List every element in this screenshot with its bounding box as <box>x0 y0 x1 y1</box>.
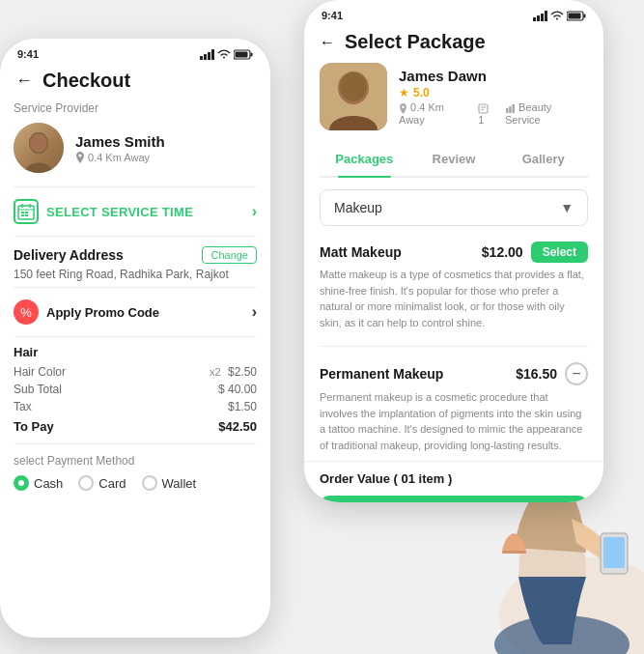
service-time-row[interactable]: SELECT SERVICE TIME › <box>14 186 257 237</box>
back-button-right[interactable]: ← <box>320 34 335 51</box>
promo-icon: % <box>14 299 39 325</box>
avatar <box>14 123 64 173</box>
cash-radio[interactable] <box>14 475 29 491</box>
payment-options: Cash Card Wallet <box>14 475 257 491</box>
tabs-bar: Packages Review Gallery <box>320 142 588 178</box>
subtotal-row: Sub Total $ 40.00 <box>14 381 257 398</box>
wifi-icon-r <box>550 11 564 21</box>
svg-rect-30 <box>506 108 509 113</box>
wallet-radio[interactable] <box>142 475 157 491</box>
status-bar-left: 9:41 <box>0 39 270 64</box>
package-dropdown[interactable]: Makeup ▼ <box>320 189 588 226</box>
chevron-down-icon: ▼ <box>560 200 574 215</box>
package-desc-1: Matte makeup is a type of cosmetics that… <box>320 267 588 330</box>
svg-rect-3 <box>211 49 214 60</box>
status-icons-right <box>533 11 586 21</box>
chart-icon <box>505 103 516 114</box>
svg-rect-17 <box>533 17 536 21</box>
banner-avatar-svg <box>320 63 387 130</box>
svg-rect-16 <box>25 214 28 216</box>
provider-name: James Smith <box>75 133 165 150</box>
payment-cash[interactable]: Cash <box>14 475 63 491</box>
rating-row: ★ 5.0 <box>399 86 588 100</box>
wifi-icon <box>217 49 231 60</box>
tab-review[interactable]: Review <box>409 142 499 176</box>
package-price-1: $12.00 <box>482 244 523 260</box>
card-radio[interactable] <box>78 475 94 491</box>
order-section: Hair Hair Color x2 $2.50 Sub Total $ 40.… <box>14 337 257 444</box>
payment-card[interactable]: Card <box>78 475 126 491</box>
chevron-right-icon: › <box>252 203 257 220</box>
banner-avatar <box>320 63 387 130</box>
location-icon <box>75 152 85 163</box>
order-value-label: Order Value ( 01 item ) <box>320 471 452 486</box>
svg-rect-5 <box>236 51 248 57</box>
payment-wallet[interactable]: Wallet <box>142 475 197 491</box>
tab-packages[interactable]: Packages <box>320 142 409 176</box>
package-name-1: Matt Makeup <box>320 244 402 260</box>
promo-row[interactable]: % Apply Promo Code › <box>14 288 257 337</box>
select-button-1[interactable]: Select <box>531 242 588 263</box>
svg-rect-15 <box>21 214 24 216</box>
page-title-right: Select Package <box>345 31 486 53</box>
battery-icon-r <box>567 11 586 21</box>
svg-rect-18 <box>537 15 540 21</box>
order-item-row: Hair Color x2 $2.50 <box>14 363 257 381</box>
time-right: 9:41 <box>322 10 343 21</box>
bookings-meta: 1 <box>478 101 497 126</box>
package-desc-2: Permanent makeup is a cosmetic procedure… <box>320 389 588 453</box>
banner-info: James Dawn ★ 5.0 0.4 Km Away <box>399 68 588 126</box>
signal-icon-r <box>533 11 547 21</box>
order-category: Hair <box>14 345 257 359</box>
payment-section: select Payment Method Cash Card Wallet <box>14 444 257 491</box>
provider-name-right: James Dawn <box>399 68 588 84</box>
svg-rect-32 <box>513 104 516 113</box>
delivery-section: Delivery Address Change 150 feet Ring Ro… <box>14 237 257 288</box>
package-price-select-2: $16.50 − <box>516 362 588 385</box>
time-left: 9:41 <box>17 48 39 60</box>
calendar-svg <box>17 203 35 220</box>
bookmark-icon <box>478 103 489 114</box>
meta-row: 0.4 Km Away 1 Beauty S <box>399 101 588 126</box>
service-time-label: SELECT SERVICE TIME <box>46 205 193 219</box>
rating-score: 5.0 <box>413 86 430 100</box>
back-button[interactable]: ← <box>15 71 33 91</box>
proceed-button[interactable]: PROCEED <box>320 496 588 502</box>
svg-rect-6 <box>251 52 253 56</box>
svg-rect-20 <box>545 11 547 21</box>
pkg-divider <box>320 346 588 347</box>
status-bar-right: 9:41 <box>304 0 603 25</box>
signal-icon <box>200 49 214 60</box>
svg-rect-23 <box>584 14 586 17</box>
dropdown-selected: Makeup <box>334 200 382 215</box>
order-item-name: Hair Color <box>14 365 66 379</box>
right-phone: 9:41 ← Select Package <box>304 0 603 502</box>
tab-gallery[interactable]: Gallery <box>498 142 588 176</box>
provider-banner: James Dawn ★ 5.0 0.4 Km Away <box>304 63 603 142</box>
wallet-label: Wallet <box>162 476 197 491</box>
service-meta: Beauty Service <box>505 101 588 126</box>
checkout-header: ← Checkout <box>0 64 270 101</box>
status-icons-left <box>200 49 253 60</box>
svg-rect-14 <box>25 212 28 213</box>
promo-left: % Apply Promo Code <box>14 299 159 325</box>
svg-rect-19 <box>541 14 544 21</box>
page-title-left: Checkout <box>42 70 130 92</box>
location-icon-r <box>399 103 407 114</box>
distance-meta: 0.4 Km Away <box>399 101 470 126</box>
package-matt-makeup: Matt Makeup $12.00 Select Matte makeup i… <box>304 234 603 338</box>
service-provider-label: Service Provider <box>14 101 257 115</box>
package-price-2: $16.50 <box>516 366 557 382</box>
svg-rect-39 <box>603 537 625 568</box>
svg-rect-27 <box>479 104 488 113</box>
change-button[interactable]: Change <box>202 246 257 264</box>
calendar-icon <box>14 199 39 224</box>
service-time-left: SELECT SERVICE TIME <box>14 199 193 224</box>
topay-row: To Pay $42.50 <box>14 415 257 436</box>
svg-rect-1 <box>204 54 207 60</box>
svg-rect-31 <box>509 106 512 113</box>
svg-point-26 <box>340 72 367 101</box>
minus-button-2[interactable]: − <box>565 362 588 385</box>
package-permanent-makeup: Permanent Makeup $16.50 − Permanent make… <box>304 355 603 461</box>
svg-rect-0 <box>200 56 203 60</box>
